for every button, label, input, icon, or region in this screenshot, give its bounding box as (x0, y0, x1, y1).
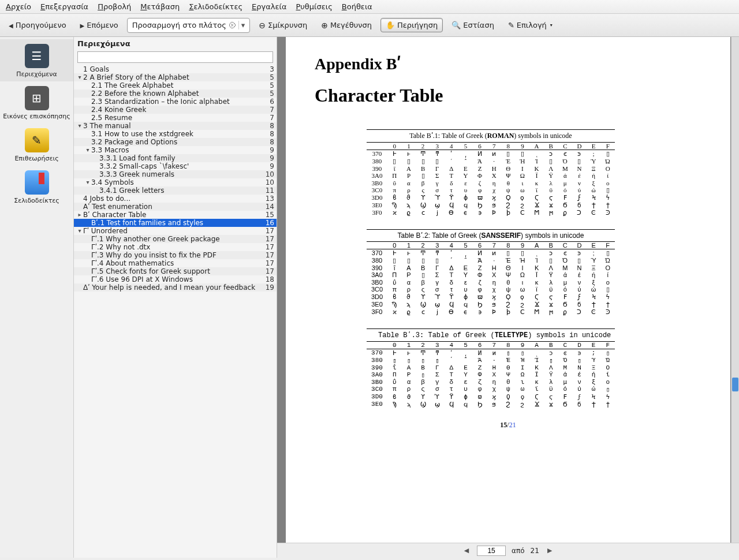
toc-row[interactable]: ▾2 A Brief Story of the Alphabet5 (74, 73, 277, 81)
toc-row[interactable]: 4 Jobs to do...13 (74, 195, 277, 203)
toc-row[interactable]: Γʹ.4 About mathematics17 (74, 259, 277, 267)
browse-label: Περιήγηση (397, 21, 438, 29)
page-next-button[interactable]: ▶ (545, 546, 554, 555)
focus-tool-button[interactable]: Εστίαση (446, 18, 499, 32)
toc-row[interactable]: 2.3 Standardization – the Ionic alphabet… (74, 98, 277, 106)
side-thumbnails[interactable]: ⊞Εικόνες επισκόπησης (0, 81, 73, 124)
toc-row[interactable]: ▸Βʹ Character Table15 (74, 211, 277, 219)
toc-row[interactable]: Γʹ.5 Check fonts for Greek support17 (74, 267, 277, 275)
toc-row[interactable]: Γʹ.2 Why not .dtx17 (74, 243, 277, 251)
menu-item[interactable]: Μετάβαση (140, 2, 180, 11)
toc-row[interactable]: 3.3.1 Load font family9 (74, 154, 277, 162)
prev-button[interactable]: Προηγούμενο (3, 18, 72, 32)
table-header: 0123456789ABCDEF (367, 341, 615, 349)
chevron-down-icon[interactable]: ▾ (238, 21, 248, 29)
toc-page: 18 (260, 275, 274, 283)
menu-item[interactable]: Βοήθεια (342, 2, 372, 11)
menu-item[interactable]: Εργαλεία (252, 2, 286, 11)
page-prev-button[interactable]: ◀ (462, 546, 471, 555)
toc-row[interactable]: 2.4 Koine Greek7 (74, 106, 277, 114)
toc-row[interactable]: Γʹ.1 Why another one Greek package17 (74, 235, 277, 243)
toc-row[interactable]: Γʹ.3 Why do you insist to fix the PDF17 (74, 251, 277, 259)
side-contents-label: Περιεχόμενα (1, 70, 72, 78)
toc-page: 3 (260, 65, 274, 73)
toc-row[interactable]: 1 Goals3 (74, 65, 277, 73)
toc-page: 5 (260, 89, 274, 98)
toc-row[interactable]: 2.5 Resume7 (74, 114, 277, 122)
toc-label: Γʹ.1 Why another one Greek package (91, 235, 260, 243)
toc-label: Αʹ Test enumeration (83, 203, 260, 211)
clear-icon[interactable]: ⮾ (226, 21, 238, 29)
expand-icon[interactable]: ▾ (84, 146, 91, 154)
next-label: Επόμενο (87, 21, 118, 29)
page-number-input[interactable] (477, 546, 506, 556)
toc-row[interactable]: ▾3.4 Symbols10 (74, 178, 277, 186)
toc-label: 3.1 How to use the xstdgreek (91, 130, 260, 138)
table-row: 3A0ΠΡ▯ΣΤΥΦΧΨΩΪΫάέήί (367, 371, 615, 379)
table-row: 3E0ϠϡϢϣϤϥϦϧϨϩϪϫϬϭϮϯ (367, 301, 615, 308)
scrollbar-thumb[interactable] (732, 378, 738, 391)
menu-item[interactable]: Επεξεργασία (40, 2, 88, 11)
toc-row[interactable]: 3.3.3 Greek numerals10 (74, 170, 277, 178)
toc-row[interactable]: Γʹ.6 Use 96 DPI at X Windows18 (74, 275, 277, 283)
toc-label: 2.2 Before the known Alphabet (91, 89, 260, 98)
toc-row[interactable]: 3.4.1 Greek letters11 (74, 186, 277, 195)
zoom-out-button[interactable]: Σμίκρυνση (253, 18, 312, 33)
browse-tool-button[interactable]: Περιήγηση (380, 18, 443, 32)
next-button[interactable]: Επόμενο (75, 18, 124, 32)
vertical-scrollbar[interactable] (731, 37, 739, 543)
toc-page: 14 (260, 203, 274, 211)
toc-label: Γʹ Unordered (83, 227, 260, 235)
menu-item[interactable]: Προβολή (98, 2, 131, 11)
zoom-mode-label: Προσαρμογή στο πλάτος (132, 21, 226, 29)
toc-label: Γʹ.2 Why not .dtx (91, 243, 260, 251)
table-caption: Table Bʹ.3: Table of Greek (TELETYPE) sy… (367, 328, 615, 341)
zoom-in-button[interactable]: Μεγέθυνση (316, 18, 377, 33)
table-row: 3D0ϐϑϒϓϔϕϖϗϘϙϚϛϜϝϞϟ (367, 393, 615, 401)
select-tool-button[interactable]: Επιλογή▾ (503, 18, 558, 32)
toc-row[interactable]: 2.1 The Greek Alphabet5 (74, 81, 277, 89)
toc-row[interactable]: 3.2 Package and Options8 (74, 138, 277, 146)
toc-label: 3.4 Symbols (91, 178, 260, 186)
toc-row[interactable]: ▾Γʹ Unordered17 (74, 227, 277, 235)
toc-row[interactable]: Αʹ Test enumeration14 (74, 203, 277, 211)
toc-label: 2 A Brief Story of the Alphabet (83, 73, 260, 81)
expand-icon[interactable]: ▾ (84, 178, 91, 186)
toc-row[interactable]: ▾3.3 Macros9 (74, 146, 277, 154)
toc-label: 3.3.1 Load font family (99, 154, 260, 162)
toc-label: 3.3.3 Greek numerals (99, 170, 260, 178)
table-row: 3B0ΰαβγδεζηθικλμνξο (367, 180, 615, 186)
side-contents[interactable]: ☰Περιεχόμενα (0, 39, 73, 81)
toc-page: 19 (260, 283, 274, 292)
toc-row[interactable]: 3.3.2 Small-caps `\fakesc'9 (74, 162, 277, 170)
menu-item[interactable]: Αρχείο (6, 2, 31, 11)
table-row: 3F0ϰϱϲϳϴϵ϶ϷϸϹϺϻϼϽϾϿ (367, 209, 615, 216)
expand-icon[interactable]: ▸ (76, 211, 83, 219)
toc-row[interactable]: Βʹ.1 Test font families and styles16 (74, 219, 277, 227)
zoom-mode-select[interactable]: Προσαρμογή στο πλάτος ⮾ ▾ (127, 18, 251, 33)
toc-page: 17 (260, 259, 274, 267)
toc-row[interactable]: Δʹ Your help is needed, and I mean your … (74, 283, 277, 292)
toc-label: 2.1 The Greek Alphabet (91, 81, 260, 89)
table-row: 3C0πρςστυφχψωϊϋόύώ▯ (367, 186, 615, 194)
zoom-out-icon (259, 21, 266, 30)
expand-icon[interactable]: ▾ (76, 73, 83, 81)
toc-label: Γʹ.4 About mathematics (91, 259, 260, 267)
toc-page: 17 (260, 227, 274, 235)
toc-tree: 1 Goals3▾2 A Brief Story of the Alphabet… (74, 65, 277, 558)
toc-label: 3 The manual (83, 122, 260, 130)
menu-item[interactable]: Ρυθμίσεις (296, 2, 333, 11)
outline-search-input[interactable] (77, 51, 273, 63)
menu-item[interactable]: Σελιδοδείκτες (189, 2, 242, 11)
expand-icon[interactable]: ▾ (76, 122, 83, 130)
toc-row[interactable]: 2.2 Before the known Alphabet5 (74, 89, 277, 98)
side-bookmarks[interactable]: Σελιδοδείκτες (0, 166, 73, 208)
expand-icon[interactable]: ▾ (76, 227, 83, 235)
toc-row[interactable]: 3.1 How to use the xstdgreek8 (74, 130, 277, 138)
document-scroll[interactable]: Appendix Bʹ Character Table Table Bʹ.1: … (277, 37, 739, 543)
page-heading-appendix: Appendix Bʹ (315, 54, 701, 73)
toc-page: 8 (260, 122, 274, 130)
table-row: 3D0ϐϑϒϓϔϕϖϗϘϙϚϛϜϝϞϟ (367, 194, 615, 201)
toc-row[interactable]: ▾3 The manual8 (74, 122, 277, 130)
side-reviews[interactable]: ✎Επιθεωρήσεις (0, 124, 73, 166)
